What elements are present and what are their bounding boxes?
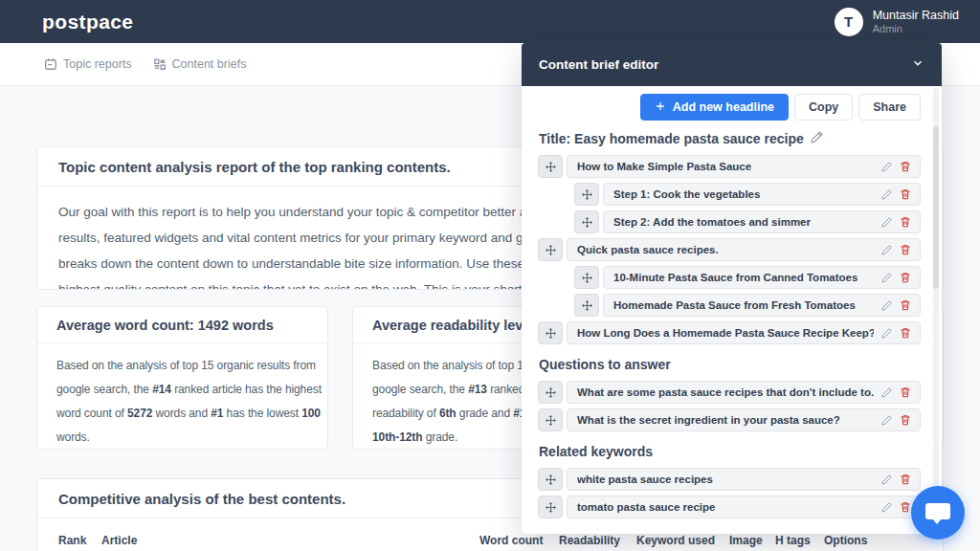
table-column-header: Rank <box>58 534 86 547</box>
chevron-down-icon[interactable] <box>911 56 924 74</box>
edit-icon[interactable] <box>881 188 893 200</box>
share-button[interactable]: Share <box>858 94 921 121</box>
edit-icon[interactable] <box>881 272 893 283</box>
editor-toolbar: Add new headline Copy Share <box>538 94 921 121</box>
delete-icon[interactable] <box>900 327 911 339</box>
edit-icon[interactable] <box>881 161 893 172</box>
brief-title-row: Title: Easy homemade pasta sauce recipe <box>539 130 921 146</box>
headline-text: Homemade Pasta Sauce from Fresh Tomatoes <box>613 299 856 311</box>
edit-icon[interactable] <box>881 327 893 339</box>
drag-handle[interactable] <box>574 210 599 233</box>
panel-title: Content brief editor <box>539 57 658 72</box>
edit-icon[interactable] <box>881 386 893 398</box>
add-headline-button[interactable]: Add new headline <box>640 94 789 121</box>
edit-icon[interactable] <box>881 474 893 485</box>
calendar-icon <box>44 57 57 71</box>
card-title: Average word count: 1492 words <box>37 307 327 343</box>
tab-label: Topic reports <box>63 57 132 71</box>
word-count-card: Average word count: 1492 words Based on … <box>36 306 328 450</box>
table-column-header: Options <box>824 534 867 547</box>
delete-icon[interactable] <box>900 272 911 283</box>
headline-text: Step 2: Add the tomatoes and simmer <box>613 216 811 228</box>
panel-header: Content brief editor <box>522 43 942 86</box>
edit-icon[interactable] <box>881 299 893 311</box>
table-column-header: Article <box>101 534 137 547</box>
table-column-header: H tags <box>775 534 811 547</box>
table-column-header: Word count <box>479 534 543 547</box>
edit-icon[interactable] <box>881 414 893 426</box>
chat-bubble-tail <box>932 518 942 524</box>
user-name: Muntasir Rashid <box>873 9 959 23</box>
headline-text: Step 1: Cook the vegetables <box>613 188 760 200</box>
content-brief-editor-panel: Content brief editor Add new headline Co… <box>522 43 942 534</box>
table-column-header: Image <box>729 534 763 547</box>
delete-icon[interactable] <box>900 474 911 485</box>
app-logo: postpace <box>42 11 133 33</box>
edit-icon[interactable] <box>881 501 893 513</box>
keyword-item: white pasta sauce recipes <box>538 468 921 491</box>
drag-handle[interactable] <box>538 155 563 178</box>
drag-handle[interactable] <box>538 321 563 344</box>
keyword-text: white pasta sauce recipes <box>577 474 713 485</box>
delete-icon[interactable] <box>900 161 911 172</box>
headline-item: Quick pasta sauce recipes. <box>538 238 921 261</box>
question-text: What are some pasta sauce recipes that d… <box>577 386 874 398</box>
headline-item: 10-Minute Pasta Sauce from Canned Tomato… <box>538 266 921 289</box>
tab-topic-reports[interactable]: Topic reports <box>44 57 132 71</box>
drag-handle[interactable] <box>538 381 563 404</box>
question-item: What are some pasta sauce recipes that d… <box>538 381 921 404</box>
keyword-item: tomato pasta sauce recipe <box>538 496 921 518</box>
drag-handle[interactable] <box>574 294 599 317</box>
user-menu[interactable]: T Muntasir Rashid Admin <box>835 8 959 36</box>
card-body: Based on the analysis of top 15 organic … <box>37 343 327 450</box>
tab-label: Content briefs <box>172 57 247 71</box>
avatar: T <box>835 8 863 36</box>
table-column-header: Readability <box>559 534 620 547</box>
panel-scrollbar[interactable] <box>933 88 939 530</box>
headline-item: How to Make Simple Pasta Sauce <box>538 155 921 178</box>
app-header: postpace T Muntasir Rashid Admin <box>0 0 980 43</box>
delete-icon[interactable] <box>900 299 911 311</box>
edit-title-icon[interactable] <box>811 130 824 146</box>
drag-handle[interactable] <box>574 183 599 206</box>
plus-icon <box>655 100 666 115</box>
delete-icon[interactable] <box>900 414 911 426</box>
page: postpace T Muntasir Rashid Admin Topic r… <box>0 0 980 551</box>
question-list: What are some pasta sauce recipes that d… <box>538 381 921 431</box>
panel-body: Add new headline Copy Share Title: Easy … <box>522 86 942 534</box>
keyword-list: white pasta sauce recipes <box>538 468 921 518</box>
drag-handle[interactable] <box>538 468 563 491</box>
user-role: Admin <box>873 23 959 35</box>
chat-bubble-icon <box>925 503 950 519</box>
drag-handle[interactable] <box>538 238 563 261</box>
chat-widget-button[interactable] <box>911 486 965 540</box>
drag-handle[interactable] <box>574 266 599 289</box>
delete-icon[interactable] <box>900 244 911 255</box>
headline-text: How Long Does a Homemade Pasta Sauce Rec… <box>577 327 874 339</box>
delete-icon[interactable] <box>900 386 911 398</box>
question-text: What is the secret ingredient in your pa… <box>577 414 840 426</box>
edit-icon[interactable] <box>881 216 893 228</box>
headline-list: How to Make Simple Pasta Sauce <box>538 155 921 344</box>
copy-button[interactable]: Copy <box>794 94 853 121</box>
headline-text: Quick pasta sauce recipes. <box>577 244 719 255</box>
delete-icon[interactable] <box>900 501 911 513</box>
drag-handle[interactable] <box>538 496 563 518</box>
headline-item: How Long Does a Homemade Pasta Sauce Rec… <box>538 321 921 344</box>
keyword-text: tomato pasta sauce recipe <box>577 501 715 513</box>
tab-content-briefs[interactable]: Content briefs <box>153 57 247 71</box>
edit-icon[interactable] <box>881 244 893 255</box>
questions-heading: Questions to answer <box>539 357 921 372</box>
keywords-heading: Related keywords <box>539 444 921 459</box>
delete-icon[interactable] <box>900 216 911 228</box>
headline-text: 10-Minute Pasta Sauce from Canned Tomato… <box>613 272 858 283</box>
delete-icon[interactable] <box>900 188 911 200</box>
headline-text: How to Make Simple Pasta Sauce <box>577 161 751 172</box>
scrollbar-thumb[interactable] <box>933 126 939 289</box>
table-column-header: Keyword used <box>636 534 715 547</box>
headline-item: Step 2: Add the tomatoes and simmer <box>538 210 921 233</box>
drag-handle[interactable] <box>538 408 563 431</box>
briefs-icon <box>153 57 167 71</box>
headline-item: Step 1: Cook the vegetables <box>538 183 921 206</box>
question-item: What is the secret ingredient in your pa… <box>538 408 921 431</box>
